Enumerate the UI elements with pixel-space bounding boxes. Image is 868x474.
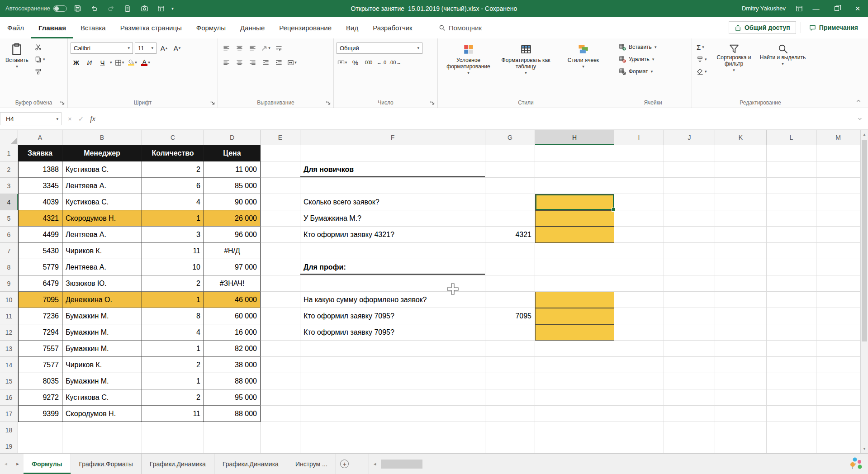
cell-K11[interactable] [715, 308, 767, 324]
shrink-font-button[interactable]: А▾ [171, 43, 183, 54]
vertical-scroll-thumb[interactable] [862, 140, 867, 341]
cell-M15[interactable] [816, 373, 860, 389]
cell-B4[interactable]: Кустикова С. [62, 194, 142, 210]
cell-F10[interactable]: На какую сумму оформлено заявок? [300, 292, 485, 308]
cell-E4[interactable] [261, 194, 300, 210]
accounting-format-button[interactable]: ▾ [337, 57, 348, 68]
insert-cells-button[interactable]: Вставить▾ [617, 42, 689, 52]
cell-E19[interactable] [261, 438, 300, 453]
column-header-D[interactable]: D [204, 130, 261, 145]
cell-I12[interactable] [614, 324, 664, 341]
cell-B10[interactable]: Денежкина О. [62, 292, 142, 308]
align-top-button[interactable] [221, 43, 232, 54]
cell-B16[interactable]: Кустикова С. [62, 389, 142, 406]
cell-D8[interactable]: 97 000 [204, 259, 261, 275]
user-name[interactable]: Dmitry Yakushev [742, 5, 786, 12]
row-header-5[interactable]: 5 [0, 210, 18, 227]
cell-I6[interactable] [614, 227, 664, 243]
cell-K10[interactable] [715, 292, 767, 308]
cell-E10[interactable] [261, 292, 300, 308]
freeze-panes-icon[interactable] [155, 3, 167, 14]
cell-H6[interactable] [535, 227, 614, 243]
cell-M16[interactable] [816, 389, 860, 406]
cell-D13[interactable]: 82 000 [204, 341, 261, 357]
cell-D6[interactable]: 96 000 [204, 227, 261, 243]
decrease-decimal-button[interactable]: .00→ [389, 57, 401, 68]
conditional-formatting-button[interactable]: Условное форматирование ▾ [441, 42, 496, 97]
cell-C15[interactable]: 1 [142, 373, 204, 389]
fill-button[interactable]: ▾ [695, 54, 709, 65]
cell-J3[interactable] [664, 178, 715, 194]
cell-C12[interactable]: 4 [142, 324, 204, 341]
cell-H4[interactable] [535, 194, 614, 210]
row-header-17[interactable]: 17 [0, 406, 18, 422]
qat-customize-caret[interactable]: ▾ [171, 6, 174, 11]
cell-H19[interactable] [535, 438, 614, 453]
cell-L11[interactable] [767, 308, 816, 324]
cell-A10[interactable]: 7095 [18, 292, 62, 308]
cell-M12[interactable] [816, 324, 860, 341]
cell-A13[interactable]: 7557 [18, 341, 62, 357]
cell-F17[interactable] [300, 406, 485, 422]
cell-C8[interactable]: 10 [142, 259, 204, 275]
cell-B14[interactable]: Чириков К. [62, 357, 142, 373]
font-color-button[interactable]: А ▾ [140, 57, 152, 68]
share-button[interactable]: Общий доступ [729, 21, 796, 34]
cell-G14[interactable] [485, 357, 535, 373]
align-left-button[interactable] [221, 57, 232, 68]
cell-H13[interactable] [535, 341, 614, 357]
cell-M11[interactable] [816, 308, 860, 324]
cell-G5[interactable] [485, 210, 535, 227]
cell-E11[interactable] [261, 308, 300, 324]
cell-B18[interactable] [62, 422, 142, 438]
row-header-14[interactable]: 14 [0, 357, 18, 373]
cell-M9[interactable] [816, 275, 860, 292]
sheet-tab-4[interactable]: Инструм ... [287, 454, 336, 474]
cell-L7[interactable] [767, 243, 816, 259]
row-header-18[interactable]: 18 [0, 422, 18, 438]
copy-button[interactable]: ▾ [33, 54, 47, 65]
cell-F11[interactable]: Кто оформил заявку 7095? [300, 308, 485, 324]
insert-function-button[interactable]: fx [90, 115, 95, 123]
window-restore-button[interactable] [826, 0, 847, 17]
scroll-up-arrow[interactable]: ▲ [863, 130, 866, 139]
cell-B11[interactable]: Бумажкин М. [62, 308, 142, 324]
ribbon-tab-file[interactable]: Файл [0, 17, 31, 38]
cell-J6[interactable] [664, 227, 715, 243]
cell-D1[interactable]: Цена [204, 145, 261, 161]
vertical-scrollbar[interactable]: ▲ ▼ [860, 130, 868, 453]
row-header-13[interactable]: 13 [0, 341, 18, 357]
cell-I13[interactable] [614, 341, 664, 357]
underline-caret[interactable]: ▾ [110, 60, 112, 65]
column-header-G[interactable]: G [485, 130, 535, 145]
cell-K18[interactable] [715, 422, 767, 438]
cell-L8[interactable] [767, 259, 816, 275]
cell-K9[interactable] [715, 275, 767, 292]
cell-F4[interactable]: Сколько всего заявок? [300, 194, 485, 210]
cell-G11[interactable]: 7095 [485, 308, 535, 324]
cell-A12[interactable]: 7294 [18, 324, 62, 341]
cell-B15[interactable]: Бумажкин М. [62, 373, 142, 389]
name-box-caret[interactable]: ▾ [56, 117, 58, 121]
cell-M6[interactable] [816, 227, 860, 243]
camera-icon[interactable] [138, 3, 151, 14]
cell-M4[interactable] [816, 194, 860, 210]
cell-H2[interactable] [535, 161, 614, 178]
sheet-nav-right[interactable]: ▸ [12, 454, 24, 474]
cell-K19[interactable] [715, 438, 767, 453]
clipboard-dialog-launcher[interactable] [60, 100, 65, 105]
cell-L1[interactable] [767, 145, 816, 161]
cell-G1[interactable] [485, 145, 535, 161]
cell-L15[interactable] [767, 373, 816, 389]
draw-document-icon[interactable] [121, 3, 134, 14]
cell-H5[interactable] [535, 210, 614, 227]
cell-I5[interactable] [614, 210, 664, 227]
cell-D5[interactable]: 26 000 [204, 210, 261, 227]
row-header-19[interactable]: 19 [0, 438, 18, 453]
column-header-C[interactable]: C [142, 130, 204, 145]
cell-B3[interactable]: Лентяева А. [62, 178, 142, 194]
cell-M2[interactable] [816, 161, 860, 178]
cell-F2[interactable]: Для новичков [300, 161, 485, 178]
grow-font-button[interactable]: А▴ [158, 43, 170, 54]
row-header-16[interactable]: 16 [0, 389, 18, 406]
